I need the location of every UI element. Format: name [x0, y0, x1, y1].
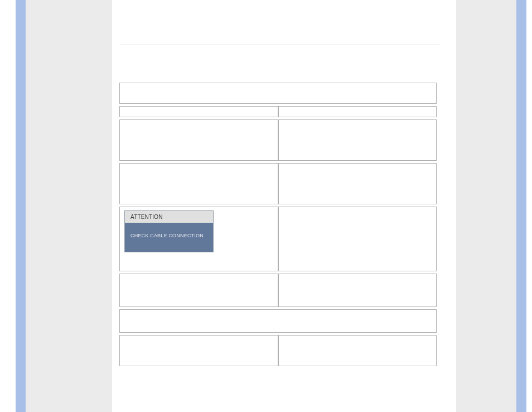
table-cell [278, 207, 437, 271]
layout-table: ATTENTION CHECK CABLE CONNECTION [119, 83, 437, 366]
table-banner-row [119, 83, 437, 104]
divider-line [119, 45, 439, 45]
document-page: ATTENTION CHECK CABLE CONNECTION [0, 0, 532, 412]
table-cell [278, 335, 437, 366]
sidebar-left [26, 0, 112, 412]
table-cell-with-dialog: ATTENTION CHECK CABLE CONNECTION [119, 207, 278, 271]
blue-margin-right [516, 0, 526, 412]
attention-dialog: ATTENTION CHECK CABLE CONNECTION [124, 210, 214, 252]
sidebar-right [456, 0, 516, 412]
dialog-body: CHECK CABLE CONNECTION [125, 223, 213, 252]
table-cell [278, 119, 437, 161]
table-cell [119, 163, 278, 204]
table-cell [278, 274, 437, 307]
table-wrapper: ATTENTION CHECK CABLE CONNECTION [119, 83, 437, 412]
table-cell [119, 119, 278, 161]
table-banner-row [119, 309, 437, 333]
table-header-right [278, 106, 437, 117]
blue-margin-left [16, 0, 26, 412]
table-cell [278, 163, 437, 204]
content-area: ATTENTION CHECK CABLE CONNECTION [119, 0, 439, 412]
table-cell [119, 335, 278, 366]
table-cell [119, 274, 278, 307]
dialog-title: ATTENTION [125, 211, 213, 223]
table-header-left [119, 106, 278, 117]
